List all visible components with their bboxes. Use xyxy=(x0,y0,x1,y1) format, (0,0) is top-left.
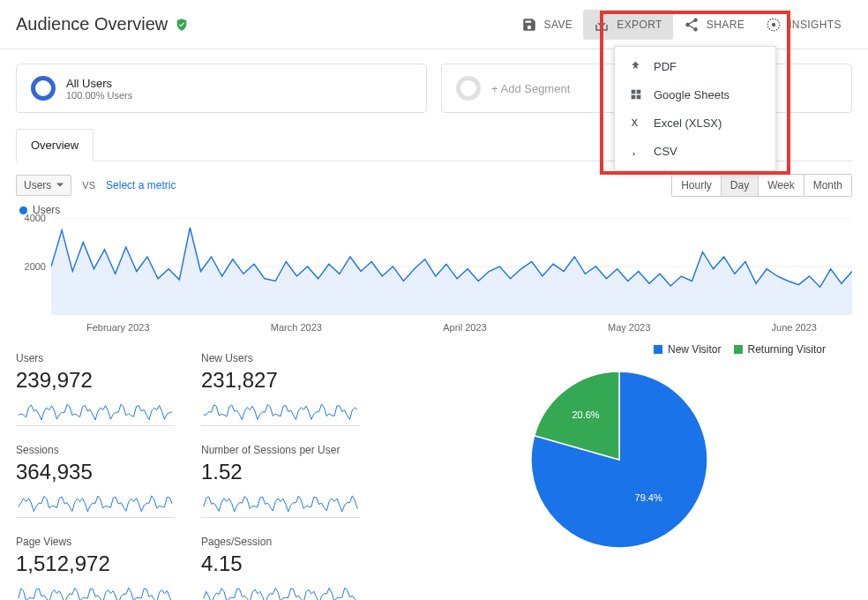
svg-text:,: , xyxy=(632,145,635,157)
segment-all-users[interactable]: All Users 100.00% Users xyxy=(16,64,427,113)
segment-subtitle: 100.00% Users xyxy=(66,90,132,101)
granularity-month[interactable]: Month xyxy=(804,175,851,196)
save-button[interactable]: SAVE xyxy=(511,10,584,40)
y-tick: 4000 xyxy=(25,213,46,223)
export-button[interactable]: EXPORT xyxy=(583,10,673,40)
metric-label: Sessions xyxy=(16,444,183,456)
pie-legend: New Visitor Returning Visitor xyxy=(654,343,826,356)
metric-card[interactable]: Users239,972 xyxy=(16,347,183,435)
export-sheets-label: Google Sheets xyxy=(654,88,730,101)
metric-value: 231,827 xyxy=(201,368,369,393)
share-button[interactable]: SHARE xyxy=(673,10,755,40)
metric-value: 239,972 xyxy=(16,368,183,393)
x-tick: June 2023 xyxy=(772,322,817,333)
export-pdf[interactable]: PDF xyxy=(615,52,775,80)
metric-label: Pages/Session xyxy=(201,536,369,548)
x-axis-labels: February 2023 March 2023 April 2023 May … xyxy=(51,322,852,333)
x-tick: May 2023 xyxy=(608,322,650,333)
segment-circle-icon xyxy=(31,76,56,101)
metric-selector-row: Users VS Select a metric Hourly Day Week… xyxy=(16,174,852,197)
page-title: Audience Overview xyxy=(16,14,189,34)
visitor-pie-chart[interactable]: 79.4%20.6% xyxy=(522,363,716,557)
header: Audience Overview SAVE EXPORT SHARE INSI… xyxy=(0,0,868,49)
metric-value: 1.52 xyxy=(201,460,369,484)
metric-label: Users xyxy=(16,352,183,364)
sparkline xyxy=(16,490,175,518)
svg-rect-5 xyxy=(632,90,636,94)
chart-series-legend: Users xyxy=(19,204,849,216)
pie-legend-returning: Returning Visitor xyxy=(734,343,827,356)
users-line-chart[interactable]: 4000 2000 February 2023 March 2023 April… xyxy=(16,218,852,333)
y-axis-labels: 4000 2000 xyxy=(16,218,51,333)
excel-icon: X xyxy=(629,116,643,130)
legend-color-icon xyxy=(734,345,743,354)
export-excel[interactable]: X Excel (XLSX) xyxy=(615,109,775,137)
granularity-week[interactable]: Week xyxy=(759,175,804,196)
x-tick: February 2023 xyxy=(86,322,150,333)
insights-label: INSIGHTS xyxy=(789,19,842,31)
metric-value: 1,512,972 xyxy=(16,551,183,576)
page-title-text: Audience Overview xyxy=(16,14,168,34)
save-icon xyxy=(521,17,537,33)
x-tick: March 2023 xyxy=(271,322,322,333)
share-label: SHARE xyxy=(707,19,745,31)
primary-metric-dropdown[interactable]: Users xyxy=(16,175,71,196)
svg-rect-8 xyxy=(637,95,641,100)
metric-card[interactable]: Page Views1,512,972 xyxy=(16,530,183,600)
metric-label: Number of Sessions per User xyxy=(201,444,369,456)
pie-legend-new: New Visitor xyxy=(654,343,721,356)
svg-rect-7 xyxy=(632,95,636,100)
visitor-type-panel: New Visitor Returning Visitor 79.4%20.6% xyxy=(386,347,852,600)
segment-title: All Users xyxy=(66,77,132,90)
export-csv[interactable]: , CSV xyxy=(615,137,775,165)
metric-card[interactable]: Number of Sessions per User1.52 xyxy=(201,439,369,527)
export-icon xyxy=(594,17,610,33)
insights-icon xyxy=(766,17,782,33)
sparkline xyxy=(201,581,360,600)
y-tick: 2000 xyxy=(25,261,46,272)
export-google-sheets[interactable]: Google Sheets xyxy=(615,80,775,109)
export-csv-label: CSV xyxy=(654,145,677,158)
add-segment-icon xyxy=(456,76,481,101)
svg-rect-6 xyxy=(637,90,641,94)
granularity-day[interactable]: Day xyxy=(722,175,759,196)
svg-point-1 xyxy=(772,22,776,26)
sheets-icon xyxy=(629,87,643,101)
verified-shield-icon xyxy=(175,17,189,33)
metrics-grid: Users239,972New Users231,827Sessions364,… xyxy=(16,347,369,600)
legend-color-icon xyxy=(654,345,662,354)
chart-plot xyxy=(51,218,852,315)
sparkline xyxy=(16,581,175,600)
insights-button[interactable]: INSIGHTS xyxy=(755,10,852,40)
metrics-section: Users239,972New Users231,827Sessions364,… xyxy=(16,347,852,600)
metric-card[interactable]: New Users231,827 xyxy=(201,347,369,435)
metric-card[interactable]: Pages/Session4.15 xyxy=(201,530,369,600)
share-icon xyxy=(684,17,700,33)
save-label: SAVE xyxy=(544,19,573,31)
metric-label: New Users xyxy=(201,352,369,364)
vs-label: VS xyxy=(82,180,95,191)
tab-overview[interactable]: Overview xyxy=(16,129,94,161)
sparkline xyxy=(16,398,175,426)
export-label: EXPORT xyxy=(617,19,662,31)
x-tick: April 2023 xyxy=(443,322,487,333)
export-pdf-label: PDF xyxy=(654,60,677,73)
add-segment-label: + Add Segment xyxy=(491,82,570,95)
export-xlsx-label: Excel (XLSX) xyxy=(654,116,722,130)
svg-text:X: X xyxy=(632,117,639,128)
csv-icon: , xyxy=(629,144,643,158)
granularity-hourly[interactable]: Hourly xyxy=(672,175,722,196)
export-dropdown: PDF Google Sheets X Excel (XLSX) , CSV xyxy=(614,46,776,171)
pdf-icon xyxy=(629,59,643,73)
pie-slice-label: 20.6% xyxy=(572,409,599,420)
sparkline xyxy=(201,490,360,518)
select-secondary-metric[interactable]: Select a metric xyxy=(106,179,176,191)
metric-value: 364,935 xyxy=(16,460,183,484)
primary-metric-label: Users xyxy=(24,179,51,191)
metric-card[interactable]: Sessions364,935 xyxy=(16,439,183,527)
metric-value: 4.15 xyxy=(201,551,369,576)
chevron-down-icon xyxy=(56,182,64,189)
granularity-toggle: Hourly Day Week Month xyxy=(671,174,852,197)
metric-label: Page Views xyxy=(16,536,183,548)
pie-slice-label: 79.4% xyxy=(635,492,662,503)
